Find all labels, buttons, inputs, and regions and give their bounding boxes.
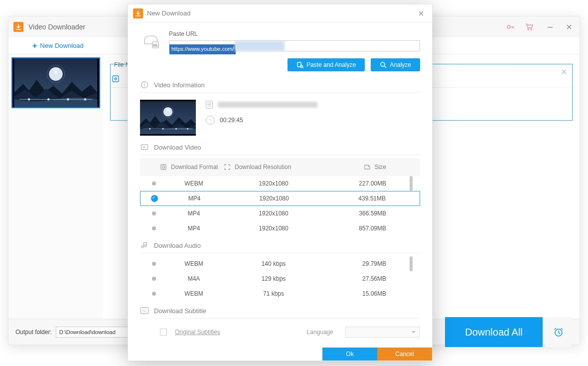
row-format: MP4 [164,210,224,217]
search-icon [380,61,387,68]
download-subtitle-label: Download Subtitle [154,307,206,315]
svg-rect-16 [136,15,141,16]
size-icon [364,164,371,171]
video-format-row[interactable]: MP41920x1080366.59MB [140,206,420,221]
new-download-dialog: New Download URL Paste URL https://www.y… [128,4,433,361]
row-bitrate: 71 kbps [224,290,323,297]
cancel-button[interactable]: Cancel [377,348,432,361]
url-blurred-part [235,41,285,51]
row-size: 366.59MB [323,210,406,217]
video-format-row[interactable]: MP41920x1080857.09MB [140,221,420,236]
scrollbar[interactable] [410,176,413,191]
dialog-title: New Download [147,9,190,17]
row-size: 439.51MB [324,195,406,202]
row-format: M4A [164,275,224,282]
resolution-icon [224,164,231,171]
new-download-label: New Download [40,42,83,49]
dialog-logo-icon [133,8,143,18]
video-icon [140,143,149,152]
row-size: 29.79MB [323,260,406,267]
new-download-button[interactable]: + New Download [12,39,104,52]
row-bitrate: 129 kbps [224,275,323,282]
url-input[interactable]: https://www.youtube.com/ [169,40,420,51]
paste-and-analyze-label: Paste and Analyze [306,61,356,68]
row-format: MP4 [164,195,224,202]
svg-point-10 [528,29,529,30]
row-resolution: 1920x1080 [224,195,324,202]
col-size: Size [375,164,386,171]
row-size: 27.56MB [323,275,406,282]
svg-rect-8 [16,29,21,30]
bullet-icon [152,292,156,296]
check-icon [151,195,158,202]
video-duration: 00:29:45 [220,117,243,124]
video-info-header: Video Information [140,77,420,93]
ok-button[interactable]: Ok [322,348,377,361]
svg-rect-24 [161,165,166,170]
bullet-icon [152,211,156,215]
download-video-label: Download Video [154,144,201,151]
video-info-label: Video Information [154,81,205,89]
bullet-icon [152,226,156,230]
video-format-row[interactable]: WEBM1920x1080227.00MB [140,176,420,191]
dialog-close-button[interactable] [415,7,427,19]
download-all-button[interactable]: Download All [445,317,543,347]
output-folder-label: Output folder: [15,329,52,336]
download-video-header: Download Video [140,140,420,155]
original-subtitles-checkbox[interactable] [160,329,167,336]
clock-icon [206,116,215,125]
url-icon: URL [140,30,162,52]
audio-icon [140,241,149,250]
queue-thumbnail [12,58,99,107]
svg-point-11 [531,29,532,30]
svg-text:URL: URL [153,44,158,47]
document-icon [206,101,213,109]
row-format: MP4 [164,225,224,232]
original-subtitles-label: Original Subtitles [175,329,220,336]
app-logo-icon [13,22,23,32]
analyze-button[interactable]: Analyze [371,58,420,71]
video-thumbnail [140,100,196,136]
language-label: Language [307,329,333,336]
video-format-table: Download Format Download Resolution Size… [140,158,420,236]
ok-label: Ok [346,351,353,358]
audio-format-row[interactable]: WEBM140 kbps29.79MB [140,256,420,271]
dialog-footer: Ok Cancel [128,348,432,361]
row-format: WEBM [164,180,224,187]
dialog-titlebar: New Download [128,4,432,22]
download-audio-label: Download Audio [154,242,201,249]
audio-format-row[interactable]: WEBM71 kbps15.06MB [140,286,420,301]
svg-point-20 [300,65,302,67]
col-resolution: Download Resolution [235,164,291,171]
paste-url-label: Paste URL [169,30,420,37]
paste-and-analyze-button[interactable]: Paste and Analyze [288,58,365,71]
row-resolution: 1920x1080 [224,210,323,217]
language-select[interactable] [345,327,420,338]
download-all-label: Download All [465,327,523,338]
audio-format-row[interactable]: M4A129 kbps27.56MB [140,271,420,286]
cart-icon[interactable] [521,20,538,34]
video-format-row[interactable]: MP41920x1080439.51MB [140,191,420,206]
row-format: WEBM [164,260,224,267]
close-detail-icon[interactable] [561,68,567,76]
clipboard-search-icon [296,61,303,68]
row-bitrate: 140 kbps [224,260,323,267]
svg-point-9 [507,25,510,28]
video-title-blurred [218,102,317,108]
schedule-icon[interactable] [546,317,572,347]
bullet-icon [152,182,156,185]
queue-panel [8,54,103,319]
key-icon[interactable] [502,20,519,34]
bullet-icon [152,277,156,281]
row-resolution: 1920x1080 [224,180,323,187]
scrollbar[interactable] [410,256,413,271]
app-title: Video Downloader [28,23,85,31]
plus-icon: + [32,41,37,50]
audio-format-table: WEBM140 kbps29.79MBM4A129 kbps27.56MBWEB… [140,256,420,301]
queue-item[interactable] [11,57,100,108]
close-button[interactable] [561,20,578,34]
row-resolution: 1920x1080 [224,225,323,232]
analyze-label: Analyze [390,61,411,68]
minimize-button[interactable] [542,20,559,34]
download-audio-header: Download Audio [140,238,420,253]
